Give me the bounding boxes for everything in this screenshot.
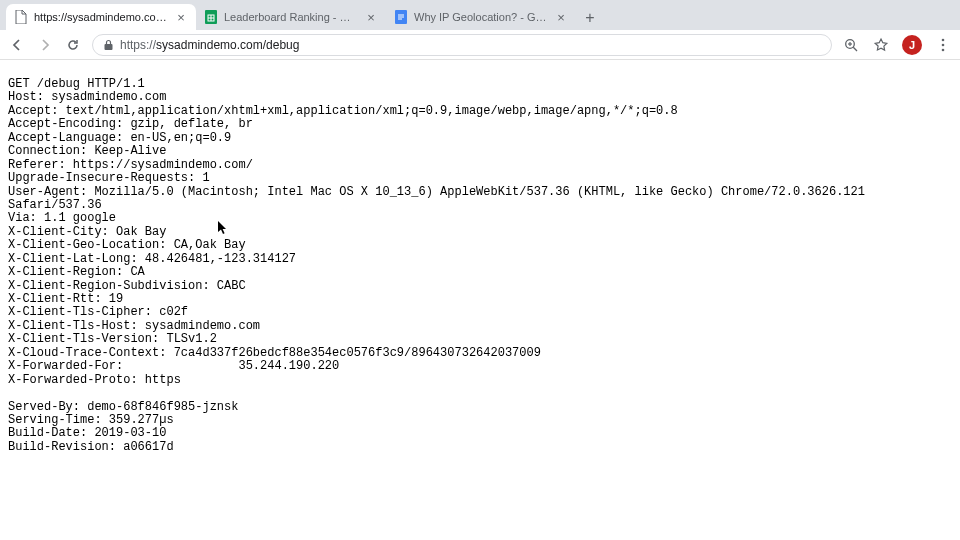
close-icon[interactable]: × [174, 10, 188, 25]
toolbar: https://sysadmindemo.com/debug J [0, 30, 960, 60]
page-icon [14, 10, 28, 24]
svg-point-14 [942, 43, 945, 46]
forward-button[interactable] [36, 36, 54, 54]
close-icon[interactable]: × [554, 10, 568, 25]
close-icon[interactable]: × [364, 10, 378, 25]
avatar[interactable]: J [902, 35, 922, 55]
tab-1[interactable]: Leaderboard Ranking - Google × [196, 4, 386, 30]
url: https://sysadmindemo.com/debug [120, 38, 299, 52]
docs-icon [394, 10, 408, 24]
debug-output: GET /debug HTTP/1.1 Host: sysadmindemo.c… [0, 72, 960, 460]
back-button[interactable] [8, 36, 26, 54]
star-icon[interactable] [872, 36, 890, 54]
tab-strip: https://sysadmindemo.com/de × Leaderboar… [0, 0, 960, 30]
tab-title: Why IP Geolocation? - Google [414, 11, 548, 23]
zoom-icon[interactable] [842, 36, 860, 54]
lock-icon [103, 39, 114, 51]
tab-2[interactable]: Why IP Geolocation? - Google × [386, 4, 576, 30]
svg-line-10 [853, 47, 857, 51]
tab-title: Leaderboard Ranking - Google [224, 11, 358, 23]
mouse-cursor-icon [218, 221, 228, 235]
svg-rect-8 [105, 44, 113, 50]
tab-title: https://sysadmindemo.com/de [34, 11, 168, 23]
svg-point-15 [942, 48, 945, 51]
toolbar-right: J [842, 35, 952, 55]
tab-0[interactable]: https://sysadmindemo.com/de × [6, 4, 196, 30]
new-tab-button[interactable]: + [578, 6, 602, 30]
sheets-icon [204, 10, 218, 24]
menu-icon[interactable] [934, 36, 952, 54]
address-bar[interactable]: https://sysadmindemo.com/debug [92, 34, 832, 56]
svg-point-13 [942, 38, 945, 41]
reload-button[interactable] [64, 36, 82, 54]
